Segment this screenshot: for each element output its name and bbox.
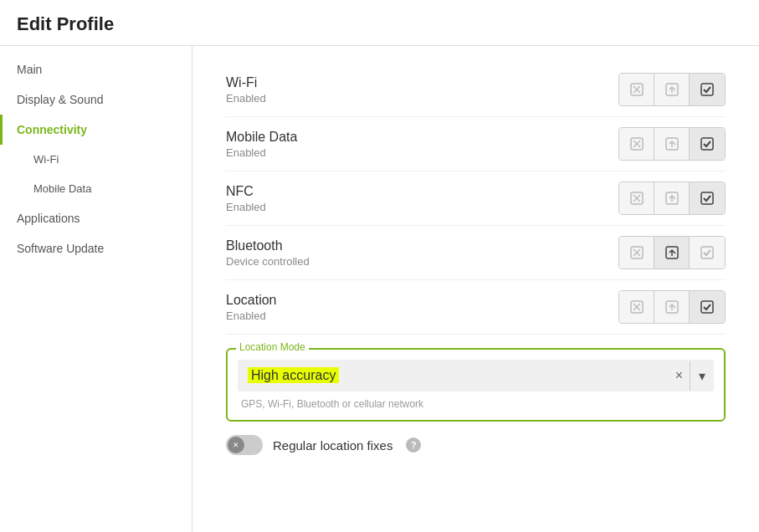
page-container: Edit Profile Main Display & Sound Connec… [0,0,759,532]
setting-info-bluetooth: Bluetooth Device controlled [226,238,618,268]
svg-rect-5 [701,84,713,95]
setting-name-location: Location [226,293,618,308]
location-disallow-btn[interactable] [619,291,654,323]
help-icon[interactable]: ? [406,437,421,453]
setting-info-location: Location Enabled [226,293,618,322]
setting-status-location: Enabled [226,309,618,322]
page-title: Edit Profile [17,13,742,35]
mobile-data-check-btn[interactable] [690,128,725,160]
location-fixes-label: Regular location fixes [273,438,392,453]
setting-status-nfc: Enabled [226,201,618,213]
setting-status-mobile-data: Enabled [226,146,618,159]
bluetooth-disallow-btn[interactable] [619,237,654,269]
setting-info-mobile-data: Mobile Data Enabled [226,130,618,159]
setting-status-wifi: Enabled [226,92,618,105]
svg-rect-17 [701,192,713,204]
sidebar-item-connectivity[interactable]: Connectivity [0,115,192,145]
setting-name-bluetooth: Bluetooth [226,238,618,253]
sidebar-item-applications[interactable]: Applications [0,203,192,233]
location-mode-clear-btn[interactable]: × [669,361,690,390]
setting-info-nfc: NFC Enabled [226,184,618,213]
mobile-data-toggle-group [618,127,726,161]
svg-rect-23 [701,247,713,258]
wifi-allow-btn[interactable] [654,74,690,105]
nfc-allow-btn[interactable] [654,182,690,214]
location-mode-dropdown[interactable]: High accuracy × ▾ [238,360,714,391]
setting-row-wifi: Wi-Fi Enabled [226,63,726,117]
sidebar-item-mobile-data[interactable]: Mobile Data [0,174,192,203]
svg-rect-29 [701,301,713,313]
setting-row-mobile-data: Mobile Data Enabled [226,117,726,171]
sidebar-item-wifi[interactable]: Wi-Fi [0,145,192,174]
nfc-toggle-group [618,182,726,215]
bluetooth-toggle-group [618,236,726,269]
setting-name-nfc: NFC [226,184,618,199]
location-mode-hint: GPS, Wi-Fi, Bluetooth or cellular networ… [238,398,714,410]
location-toggle-group [618,290,726,324]
location-fixes-toggle[interactable] [226,435,263,455]
setting-info-wifi: Wi-Fi Enabled [226,75,618,105]
location-mode-highlight: High accuracy [248,367,339,383]
location-check-btn[interactable] [690,291,725,323]
location-fixes-row: Regular location fixes ? [226,435,726,455]
sidebar-item-main[interactable]: Main [0,54,192,84]
content-area: Main Display & Sound Connectivity Wi-Fi … [0,46,759,532]
mobile-data-allow-btn[interactable] [654,128,690,160]
nfc-disallow-btn[interactable] [619,182,654,214]
setting-status-bluetooth: Device controlled [226,255,618,268]
setting-row-location: Location Enabled [226,280,726,335]
location-mode-value: High accuracy [238,360,669,391]
location-mode-label: Location Mode [236,341,309,353]
location-mode-arrow-btn[interactable]: ▾ [690,361,714,391]
sidebar-item-display-sound[interactable]: Display & Sound [0,84,192,115]
mobile-data-disallow-btn[interactable] [619,128,654,160]
wifi-check-btn[interactable] [690,74,725,105]
sidebar: Main Display & Sound Connectivity Wi-Fi … [0,46,192,532]
svg-rect-11 [701,138,713,150]
bluetooth-check-btn[interactable] [690,237,725,269]
sidebar-item-software-update[interactable]: Software Update [0,233,192,263]
setting-row-bluetooth: Bluetooth Device controlled [226,226,726,280]
bluetooth-allow-btn[interactable] [654,237,690,269]
location-allow-btn[interactable] [654,291,690,323]
wifi-disallow-btn[interactable] [619,74,654,105]
main-content: Wi-Fi Enabled [192,46,759,532]
wifi-toggle-group [618,73,726,106]
nfc-check-btn[interactable] [690,182,725,214]
setting-row-nfc: NFC Enabled [226,171,726,226]
toggle-knob [228,437,244,453]
location-mode-section: Location Mode High accuracy × ▾ GPS, Wi-… [226,348,726,422]
setting-name-wifi: Wi-Fi [226,75,618,90]
setting-name-mobile-data: Mobile Data [226,130,618,145]
page-header: Edit Profile [0,0,759,46]
